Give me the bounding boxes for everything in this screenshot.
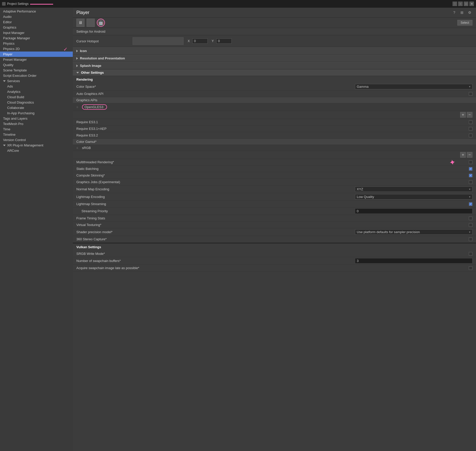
splash-section-header[interactable]: Splash Image bbox=[73, 62, 476, 69]
title-bar: Project Settings ⋮ − □ ✕ bbox=[0, 0, 476, 8]
splash-section-arrow bbox=[76, 65, 78, 67]
sidebar-item-physics[interactable]: Physics bbox=[0, 41, 73, 46]
sidebar-item-analytics[interactable]: Analytics bbox=[0, 89, 73, 94]
platform-settings-label: Settings for Android bbox=[73, 28, 476, 35]
static-batching-checkbox[interactable] bbox=[469, 167, 472, 171]
platform-monitor-icon[interactable]: 🖥 bbox=[76, 19, 85, 27]
sidebar-item-arcore[interactable]: ARCore bbox=[0, 148, 73, 153]
compute-skinning-checkbox[interactable] bbox=[469, 174, 472, 177]
sidebar-item-in-app-purchasing[interactable]: In-App Purchasing bbox=[0, 110, 73, 116]
sidebar-item-textmesh-pro[interactable]: TextMesh Pro bbox=[0, 121, 73, 127]
sidebar: Adaptive Performance Audio Editor Graphi… bbox=[0, 8, 73, 451]
virtual-texturing-label: Virtual Texturing* bbox=[76, 223, 469, 227]
layout-icon[interactable]: ⊞ bbox=[459, 10, 465, 15]
rendering-category-label: Rendering bbox=[73, 76, 476, 83]
app-icon bbox=[2, 2, 6, 6]
progress-bar bbox=[30, 4, 53, 5]
api-circle-annotation: OpenGLES3 bbox=[82, 104, 107, 110]
graphics-jobs-checkbox[interactable] bbox=[469, 180, 472, 184]
frame-timing-stats-row: Frame Timing Stats bbox=[73, 215, 476, 222]
graphics-api-add-button[interactable]: + bbox=[460, 112, 466, 118]
other-settings-header[interactable]: Other Settings bbox=[73, 69, 476, 76]
streaming-priority-input[interactable] bbox=[355, 208, 472, 214]
vulkan-settings-header: Vulkan Settings bbox=[73, 243, 476, 250]
color-gamut-header-row: Color Gamut* bbox=[73, 139, 476, 145]
color-gamut-remove-button[interactable]: − bbox=[467, 152, 472, 158]
stereo-capture-checkbox[interactable] bbox=[469, 237, 472, 241]
graphics-apis-controls: + − bbox=[73, 111, 476, 119]
more-options-button[interactable]: ⋮ bbox=[453, 2, 457, 6]
sidebar-item-graphics[interactable]: Graphics bbox=[0, 25, 73, 30]
sidebar-item-quality[interactable]: Quality bbox=[0, 62, 73, 68]
sidebar-item-cloud-build[interactable]: Cloud Build bbox=[0, 94, 73, 100]
sidebar-item-timeline[interactable]: Timeline bbox=[0, 132, 73, 137]
acquire-swapchain-label: Acquire swapchain image late as possible… bbox=[76, 266, 469, 270]
platform-android-wrapper: 🤖 bbox=[97, 19, 105, 27]
streaming-priority-label: Streaming Priority bbox=[76, 209, 355, 213]
window-title: Project Settings bbox=[7, 2, 29, 6]
settings-icon[interactable]: ⚙ bbox=[467, 10, 472, 15]
maximize-button[interactable]: □ bbox=[464, 2, 468, 6]
sidebar-item-editor[interactable]: Editor bbox=[0, 19, 73, 25]
sidebar-item-scene-template[interactable]: Scene Template bbox=[0, 68, 73, 73]
sidebar-item-physics-2d[interactable]: Physics 2D ✓ bbox=[0, 46, 73, 52]
sidebar-item-cloud-diagnostics[interactable]: Cloud Diagnostics bbox=[0, 100, 73, 105]
sidebar-item-xr-plugin-management[interactable]: XR Plug-in Management bbox=[0, 143, 73, 148]
sidebar-item-input-manager[interactable]: Input Manager bbox=[0, 30, 73, 35]
minimize-button[interactable]: − bbox=[458, 2, 463, 6]
streaming-priority-row: Streaming Priority bbox=[73, 207, 476, 215]
srgb-write-mode-label: SRGB Write Mode* bbox=[76, 252, 469, 256]
resolution-section-header[interactable]: Resolution and Presentation bbox=[73, 55, 476, 62]
icon-section-label: Icon bbox=[80, 49, 87, 53]
cursor-x-input[interactable] bbox=[192, 39, 208, 44]
cursor-x-label: X bbox=[188, 39, 191, 43]
color-space-label: Color Space* bbox=[76, 85, 355, 89]
sidebar-item-player[interactable]: Player bbox=[0, 52, 73, 57]
frame-timing-stats-checkbox[interactable] bbox=[469, 217, 472, 220]
sidebar-item-preset-manager[interactable]: Preset Manager bbox=[0, 57, 73, 62]
platform-other-icon[interactable] bbox=[87, 19, 95, 27]
cursor-y-input[interactable] bbox=[216, 39, 232, 44]
close-button[interactable]: ✕ bbox=[469, 2, 474, 6]
lightmap-encoding-dropdown[interactable]: Low Quality bbox=[355, 194, 472, 199]
swapchain-buffers-input[interactable] bbox=[355, 258, 472, 264]
sidebar-item-services[interactable]: Services bbox=[0, 78, 73, 84]
help-icon[interactable]: ? bbox=[451, 10, 457, 15]
swapchain-buffers-label: Number of swapchain buffers* bbox=[76, 259, 355, 263]
virtual-texturing-row: Virtual Texturing* bbox=[73, 222, 476, 228]
auto-graphics-api-checkbox[interactable] bbox=[469, 92, 472, 96]
shader-precision-dropdown[interactable]: Use platform defaults for sampler precis… bbox=[355, 229, 472, 235]
platform-android-icon[interactable]: 🤖 bbox=[97, 19, 105, 27]
graphics-api-remove-button[interactable]: − bbox=[467, 112, 472, 118]
cursor-y-group: Y bbox=[212, 39, 232, 44]
color-gamut-add-button[interactable]: + bbox=[460, 152, 466, 158]
normal-map-encoding-dropdown[interactable]: XYZ bbox=[355, 186, 472, 192]
require-es31-checkbox[interactable] bbox=[469, 120, 472, 124]
select-button[interactable]: Select bbox=[457, 20, 472, 26]
require-es32-checkbox[interactable] bbox=[469, 134, 472, 137]
auto-graphics-api-label: Auto Graphics API bbox=[76, 92, 469, 96]
sidebar-item-time[interactable]: Time bbox=[0, 127, 73, 132]
color-space-dropdown-wrapper: Gamma bbox=[355, 84, 472, 89]
srgb-write-mode-checkbox[interactable] bbox=[469, 252, 472, 256]
virtual-texturing-checkbox[interactable] bbox=[469, 223, 472, 227]
normal-map-encoding-row: Normal Map Encoding XYZ bbox=[73, 185, 476, 193]
sidebar-item-tags-and-layers[interactable]: Tags and Layers bbox=[0, 116, 73, 121]
sidebar-item-collaborate[interactable]: Collaborate bbox=[0, 105, 73, 110]
color-space-dropdown[interactable]: Gamma bbox=[355, 84, 472, 89]
sidebar-item-package-manager[interactable]: Package Manager bbox=[0, 35, 73, 41]
sidebar-item-adaptive-performance[interactable]: Adaptive Performance bbox=[0, 9, 73, 14]
sidebar-item-audio[interactable]: Audio bbox=[0, 14, 73, 19]
lightmap-streaming-checkbox[interactable] bbox=[469, 202, 472, 206]
sidebar-item-script-execution-order[interactable]: Script Execution Order bbox=[0, 73, 73, 78]
require-es31aep-checkbox[interactable] bbox=[469, 127, 472, 131]
sidebar-item-ads[interactable]: Ads bbox=[0, 84, 73, 89]
icon-section-header[interactable]: Icon bbox=[73, 47, 476, 55]
auto-graphics-api-row: Auto Graphics API bbox=[73, 91, 476, 97]
lightmap-encoding-label: Lightmap Encoding bbox=[76, 195, 355, 199]
multithreaded-rendering-checkbox[interactable] bbox=[469, 160, 472, 164]
require-es32-label: Require ES3.2 bbox=[76, 133, 469, 137]
acquire-swapchain-checkbox[interactable] bbox=[469, 266, 472, 270]
sidebar-item-version-control[interactable]: Version Control bbox=[0, 137, 73, 143]
resolution-section-arrow bbox=[76, 57, 78, 60]
